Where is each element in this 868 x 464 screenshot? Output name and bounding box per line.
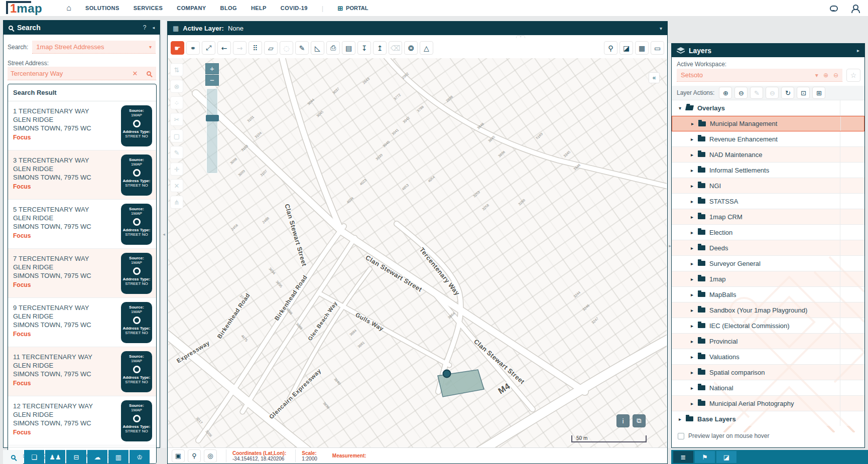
measure-area[interactable]: ◺: [311, 41, 324, 55]
search-result-row[interactable]: 7 TERCENTENARY WAY GLEN RIDGE SIMONS TOW…: [8, 249, 156, 298]
add-pin[interactable]: ⚲: [188, 449, 201, 462]
delete-feature[interactable]: ✕: [170, 179, 183, 192]
map-header-collapse-icon[interactable]: ▾: [660, 26, 662, 31]
layer-refresh[interactable]: ↻: [781, 87, 794, 99]
run-search-icon[interactable]: [141, 67, 156, 80]
zoom-out-button[interactable]: −: [205, 75, 219, 86]
layer-tree-row[interactable]: ▸ National: [672, 380, 864, 396]
info-button[interactable]: i: [616, 414, 630, 427]
expand-caret-icon[interactable]: ▸: [691, 230, 698, 235]
snap-feature[interactable]: ⋔: [170, 196, 183, 209]
dock-gallery[interactable]: ◪: [716, 451, 736, 463]
layer-tree-row[interactable]: ▸ Sandbox (Your 1map Playground): [672, 302, 864, 318]
search-result-row[interactable]: 9 TERCENTENARY WAY GLEN RIDGE SIMONS TOW…: [8, 298, 156, 347]
workspace-dropdown[interactable]: ▾: [815, 72, 818, 79]
layer-add[interactable]: ⊕: [719, 87, 732, 99]
user-icon[interactable]: [851, 5, 859, 13]
layer-remove[interactable]: ⊖: [734, 87, 748, 99]
search-result-row[interactable]: 3 TERCENTENARY WAY GLEN RIDGE SIMONS TOW…: [8, 150, 156, 200]
help-icon[interactable]: ?: [143, 24, 147, 31]
polygon-select[interactable]: ▱: [264, 41, 278, 55]
expand-caret-icon[interactable]: ▸: [691, 121, 698, 126]
expand-caret-icon[interactable]: ▸: [679, 416, 686, 422]
dock-community[interactable]: ♟♟: [45, 450, 65, 464]
locate[interactable]: ❂: [404, 41, 418, 55]
dock-bookmarks[interactable]: ⚑: [695, 451, 715, 463]
move-vertex[interactable]: ⇅: [170, 63, 183, 76]
layer-tree-row[interactable]: ▸ Base Layers: [672, 411, 864, 426]
select-tool[interactable]: ☛: [171, 41, 184, 55]
download[interactable]: ↧: [357, 41, 371, 55]
collapse-right-panel-button[interactable]: «: [649, 72, 660, 83]
clear-graphics[interactable]: ⌫: [389, 41, 402, 55]
circle-select[interactable]: ◌: [280, 41, 293, 55]
expand-caret-icon[interactable]: ▸: [691, 261, 698, 266]
dock-layers[interactable]: ≣: [673, 451, 693, 463]
zoom-in-button[interactable]: +: [205, 63, 219, 74]
app-logo[interactable]: 1map: [5, 1, 45, 16]
expand-caret-icon[interactable]: ▸: [691, 370, 698, 375]
report[interactable]: ▤: [342, 41, 355, 55]
layer-save[interactable]: ⊡: [797, 87, 810, 99]
map-canvas[interactable]: 3101310431033098309931072456248830453044…: [168, 58, 667, 448]
snapshot[interactable]: ▣: [172, 449, 185, 462]
layer-tree-row[interactable]: ▸ Valuations: [672, 349, 864, 365]
dock-police[interactable]: ♔: [130, 450, 150, 464]
search-result-row[interactable]: 1 TERCENTENARY WAY GLEN RIDGE SIMONS TOW…: [8, 101, 156, 150]
buffer[interactable]: △: [420, 41, 433, 55]
print[interactable]: ⎙: [326, 41, 340, 55]
expand-caret-icon[interactable]: ▸: [691, 385, 698, 391]
zoom-slider[interactable]: [206, 88, 218, 174]
previous-extent[interactable]: ←: [217, 41, 231, 55]
expand-caret-icon[interactable]: ▸: [691, 401, 698, 406]
layer-tree-row[interactable]: ▸ Deeds: [672, 240, 864, 256]
layer-tree-row[interactable]: ▾ Overlays: [672, 100, 864, 116]
layer-tree-row[interactable]: ▸ NGI: [672, 178, 864, 194]
workspace-select[interactable]: Setsoto ▾⊕⊖: [677, 69, 842, 82]
preview-hover-checkbox[interactable]: [678, 433, 684, 439]
layer-edit[interactable]: ✎: [750, 87, 763, 99]
dock-contacts[interactable]: ⊟: [66, 450, 86, 464]
dock-search[interactable]: [3, 450, 23, 464]
layer-tree-row[interactable]: ▸ Surveyor General: [672, 256, 864, 271]
move-feature[interactable]: ✛: [170, 163, 183, 176]
dock-weather[interactable]: ☁: [87, 450, 107, 464]
draw-feature[interactable]: ✎: [170, 146, 183, 159]
expand-caret-icon[interactable]: ▸: [691, 339, 698, 344]
nav-item[interactable]: SOLUTIONS: [85, 5, 119, 11]
layer-save-as[interactable]: ⊞: [812, 87, 825, 99]
layer-tree-row[interactable]: ▸ STATSSA: [672, 194, 864, 209]
nav-item[interactable]: SERVICES: [134, 5, 163, 11]
workspace-add[interactable]: ⊕: [823, 72, 828, 79]
result-marker[interactable]: [443, 370, 451, 378]
chat-icon[interactable]: [830, 6, 838, 12]
clear-input-icon[interactable]: ✕: [129, 67, 141, 80]
multi-select[interactable]: ⠿: [249, 41, 262, 55]
expand-caret-icon[interactable]: ▸: [691, 276, 698, 282]
dock-documents[interactable]: ❏: [24, 450, 44, 464]
collapse-layers-icon[interactable]: ▸: [857, 48, 859, 53]
expand-caret-icon[interactable]: ▸: [691, 199, 698, 204]
layer-tree[interactable]: ▾ Overlays ▸ Municipal Management ▸ Reve…: [672, 100, 864, 426]
basemap-gallery[interactable]: ◪: [619, 41, 633, 55]
layer-tree-row[interactable]: ▸ Provincial: [672, 334, 864, 349]
show-vertices[interactable]: ⁘: [170, 96, 183, 109]
favorite-workspace-button[interactable]: ☆: [846, 69, 860, 82]
home-icon[interactable]: ⌂: [66, 4, 71, 13]
layer-tree-row[interactable]: ▸ Revenue Enhancement: [672, 131, 864, 147]
cut-feature[interactable]: ✂: [170, 113, 183, 126]
layer-tree-row[interactable]: ▸ Informal Settlements: [672, 163, 864, 178]
zoom-slider-handle[interactable]: [206, 115, 219, 121]
search-result-row[interactable]: 5 TERCENTENARY WAY GLEN RIDGE SIMONS TOW…: [8, 200, 156, 249]
layout-grid[interactable]: ▦: [635, 41, 649, 55]
expand-caret-icon[interactable]: ▸: [691, 323, 698, 329]
layer-unlink[interactable]: ⊖: [766, 87, 779, 99]
expand-caret-icon[interactable]: ▸: [691, 183, 698, 189]
expand-caret-icon[interactable]: ▸: [691, 354, 698, 360]
nav-item[interactable]: COMPANY: [177, 5, 206, 11]
layer-tree-row[interactable]: ▸ 1map CRM: [672, 209, 864, 225]
track-location[interactable]: ◎: [204, 449, 217, 462]
expand-caret-icon[interactable]: ▸: [691, 292, 698, 297]
layer-tree-row[interactable]: ▸ IEC (Electoral Commission): [672, 318, 864, 334]
nav-item[interactable]: COVID-19: [281, 5, 308, 11]
